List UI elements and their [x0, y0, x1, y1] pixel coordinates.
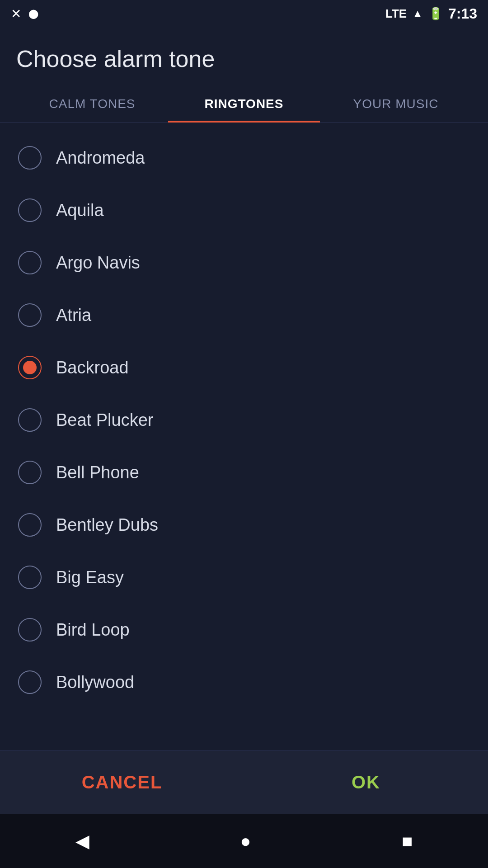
ringtone-backroad: Backroad: [56, 358, 129, 377]
tab-ringtones-label: RINGTONES: [205, 97, 284, 111]
nav-bar: ◀ ● ■: [0, 814, 488, 868]
ringtone-aquila: Aquila: [56, 201, 104, 220]
radio-andromeda[interactable]: [18, 146, 42, 170]
page-title: Choose alarm tone: [16, 45, 472, 72]
list-item[interactable]: Andromeda: [0, 132, 488, 184]
ringtone-andromeda: Andromeda: [56, 148, 145, 168]
bottom-action-bar: CANCEL OK: [0, 750, 488, 814]
tab-calm-tones[interactable]: CALM TONES: [16, 86, 168, 122]
radio-beat-plucker[interactable]: [18, 408, 42, 432]
radio-bell-phone[interactable]: [18, 461, 42, 484]
list-item[interactable]: Bell Phone: [0, 446, 488, 499]
ringtone-bollywood: Bollywood: [56, 673, 134, 692]
list-item[interactable]: Bird Loop: [0, 604, 488, 656]
ok-button[interactable]: OK: [244, 772, 488, 793]
ringtone-beat-plucker: Beat Plucker: [56, 410, 153, 430]
radio-bird-loop[interactable]: [18, 618, 42, 642]
list-item[interactable]: Bentley Dubs: [0, 499, 488, 551]
tab-ringtones[interactable]: RINGTONES: [168, 86, 320, 122]
battery-icon: 🔋: [428, 7, 443, 21]
ringtone-bird-loop: Bird Loop: [56, 620, 130, 640]
radio-bollywood[interactable]: [18, 670, 42, 694]
list-item[interactable]: Bollywood: [0, 656, 488, 708]
list-item[interactable]: Backroad: [0, 341, 488, 394]
radio-atria[interactable]: [18, 303, 42, 327]
radio-argo-navis[interactable]: [18, 251, 42, 274]
status-left-icons: ✕ ⬤: [11, 6, 38, 21]
fork-knife-icon: ✕: [11, 6, 21, 21]
radio-big-easy[interactable]: [18, 566, 42, 589]
header: Choose alarm tone: [0, 27, 488, 86]
ringtone-big-easy: Big Easy: [56, 568, 124, 587]
list-item[interactable]: Beat Plucker: [0, 394, 488, 446]
radio-aquila[interactable]: [18, 198, 42, 222]
cancel-button[interactable]: CANCEL: [0, 772, 244, 793]
status-bar: ✕ ⬤ LTE ▲ 🔋 7:13: [0, 0, 488, 27]
tab-calm-tones-label: CALM TONES: [49, 97, 135, 111]
home-button[interactable]: ●: [240, 831, 251, 851]
dot-icon: ⬤: [28, 8, 38, 19]
ringtone-bell-phone: Bell Phone: [56, 463, 139, 482]
tab-your-music[interactable]: YOUR MUSIC: [320, 86, 472, 122]
ringtone-atria: Atria: [56, 306, 91, 325]
list-item[interactable]: Big Easy: [0, 551, 488, 604]
tabs-container: CALM TONES RINGTONES YOUR MUSIC: [0, 86, 488, 123]
ringtone-bentley-dubs: Bentley Dubs: [56, 515, 158, 535]
tab-your-music-label: YOUR MUSIC: [353, 97, 439, 111]
ringtone-list: Andromeda Aquila Argo Navis Atria Backro…: [0, 123, 488, 728]
signal-icon: ▲: [412, 7, 423, 20]
ringtone-argo-navis: Argo Navis: [56, 253, 140, 273]
lte-label: LTE: [385, 7, 407, 21]
list-item[interactable]: Aquila: [0, 184, 488, 236]
list-item[interactable]: Atria: [0, 289, 488, 341]
status-right-icons: LTE ▲ 🔋 7:13: [385, 5, 477, 22]
time-display: 7:13: [448, 5, 477, 22]
back-button[interactable]: ◀: [75, 830, 89, 851]
radio-backroad[interactable]: [18, 356, 42, 379]
recent-button[interactable]: ■: [402, 831, 413, 851]
radio-bentley-dubs[interactable]: [18, 513, 42, 537]
list-item[interactable]: Argo Navis: [0, 236, 488, 289]
